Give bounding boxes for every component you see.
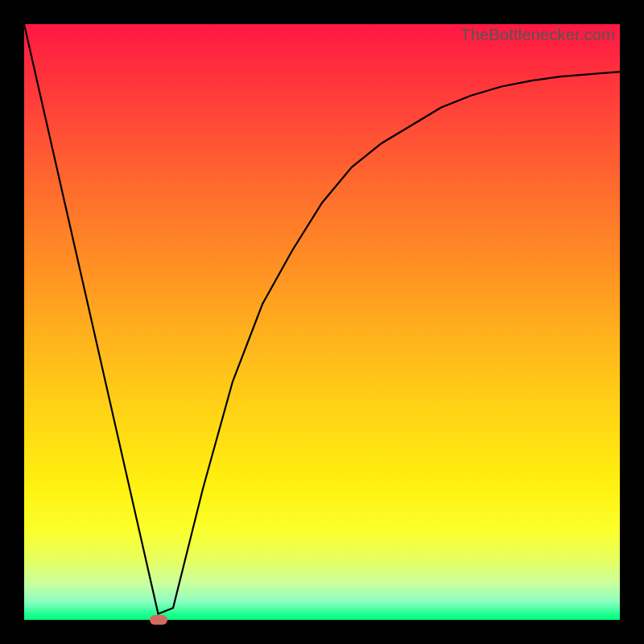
chart-frame: TheBottlenecker.com xyxy=(0,0,644,644)
bottleneck-curve xyxy=(24,24,620,614)
optimal-point-marker xyxy=(150,615,167,625)
plot-area: TheBottlenecker.com xyxy=(24,24,620,620)
curve-svg xyxy=(24,24,620,620)
